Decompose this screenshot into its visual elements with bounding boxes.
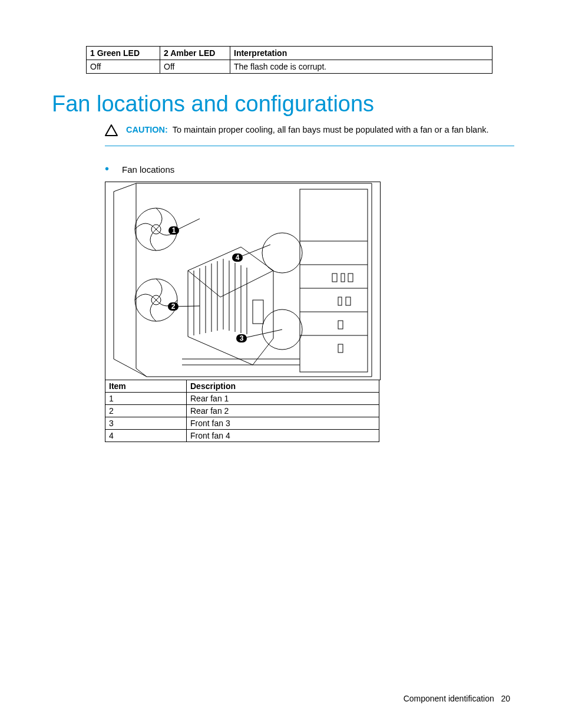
callout-3: 3 <box>236 334 247 342</box>
svg-rect-4 <box>300 189 368 372</box>
svg-rect-13 <box>338 297 342 305</box>
led-cell: Off <box>87 60 160 74</box>
footer-section: Component identification <box>404 694 494 703</box>
svg-marker-21 <box>188 247 273 297</box>
svg-point-32 <box>262 233 302 273</box>
svg-line-38 <box>238 245 270 258</box>
footer-page-number: 20 <box>501 694 510 703</box>
table-row: Off Off The flash code is corrupt. <box>87 60 492 74</box>
table-row: 1 Rear fan 1 <box>105 393 379 405</box>
fan-cell: Rear fan 2 <box>187 405 379 417</box>
svg-rect-11 <box>341 274 345 282</box>
caution-triangle-icon <box>105 124 118 136</box>
table-row: 2 Rear fan 2 <box>105 405 379 417</box>
table-header-row: Item Description <box>105 380 379 393</box>
svg-line-3 <box>136 368 147 377</box>
fan-cell: 4 <box>105 430 187 442</box>
fan-cell: Rear fan 1 <box>187 393 379 405</box>
led-col1-header: 1 Green LED <box>87 47 160 60</box>
svg-marker-0 <box>105 125 117 136</box>
svg-rect-10 <box>332 274 337 282</box>
led-cell: Off <box>160 60 230 74</box>
fan-cell: 1 <box>105 393 187 405</box>
chassis-lineart-icon <box>105 182 380 380</box>
fan-location-diagram: 1 4 2 3 <box>105 182 381 380</box>
caution-body: To maintain proper cooling, all fan bays… <box>173 125 489 134</box>
led-col2-header: 2 Amber LED <box>160 47 230 60</box>
caution-label: CAUTION: <box>126 125 168 134</box>
svg-rect-15 <box>338 321 343 329</box>
callout-2: 2 <box>168 302 178 311</box>
bullet-dot-icon: • <box>105 163 109 174</box>
led-cell: The flash code is corrupt. <box>230 60 492 74</box>
table-row: 4 Front fan 4 <box>105 430 379 442</box>
fan-desc-header: Description <box>187 380 379 393</box>
table-row: 3 Front fan 3 <box>105 417 379 430</box>
caution-block: CAUTION: To maintain proper cooling, all… <box>105 124 514 146</box>
bullet-item: • Fan locations <box>105 163 510 174</box>
fan-cell: Front fan 4 <box>187 430 379 442</box>
fan-cell: 3 <box>105 417 187 430</box>
table-header-row: 1 Green LED 2 Amber LED Interpretation <box>87 47 492 60</box>
fan-cell: 2 <box>105 405 187 417</box>
fan-cell: Front fan 3 <box>187 417 379 430</box>
svg-rect-14 <box>346 297 351 305</box>
led-col3-header: Interpretation <box>230 47 492 60</box>
led-status-table: 1 Green LED 2 Amber LED Interpretation O… <box>86 46 492 74</box>
section-title: Fan locations and configurations <box>52 91 510 117</box>
callout-4: 4 <box>232 253 243 262</box>
page-footer: Component identification 20 <box>404 694 510 703</box>
caution-text: CAUTION: To maintain proper cooling, all… <box>126 124 489 136</box>
svg-rect-36 <box>253 300 263 324</box>
fan-item-header: Item <box>105 380 187 393</box>
svg-rect-16 <box>338 344 343 353</box>
fan-description-table: Item Description 1 Rear fan 1 2 Rear fan… <box>105 380 379 442</box>
bullet-text: Fan locations <box>122 164 174 174</box>
callout-1: 1 <box>168 226 179 235</box>
svg-rect-12 <box>348 274 353 282</box>
